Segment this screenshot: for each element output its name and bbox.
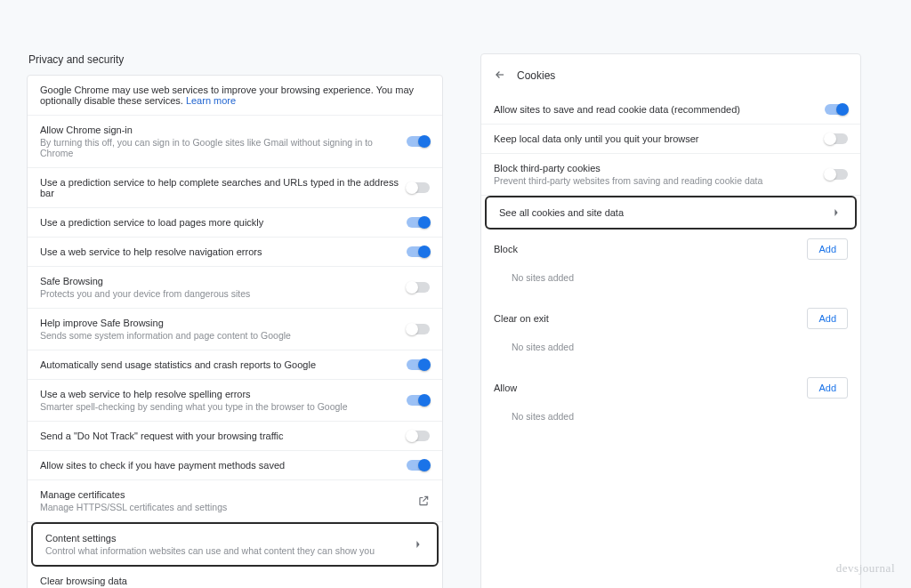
setting-subtitle: Sends some system information and page c…: [40, 330, 407, 341]
setting-title: Allow sites to save and read cookie data…: [494, 104, 825, 115]
toggle-safe-browsing[interactable]: [407, 282, 430, 293]
setting-title: Automatically send usage statistics and …: [40, 359, 407, 370]
setting-title: Allow Chrome sign-in: [40, 125, 407, 135]
chevron-right-icon: [830, 206, 842, 219]
setting-title: Content settings: [45, 533, 412, 544]
setting-row-improve-safe-browsing[interactable]: Help improve Safe Browsing Sends some sy…: [28, 309, 442, 350]
setting-row-do-not-track[interactable]: Send a "Do Not Track" request with your …: [28, 422, 442, 451]
privacy-security-panel: Google Chrome may use web services to im…: [27, 75, 443, 588]
cookies-panel: Cookies Allow sites to save and read coo…: [480, 53, 861, 588]
setting-title: Help improve Safe Browsing: [40, 318, 407, 328]
toggle-allow-cookies[interactable]: [825, 104, 848, 115]
setting-row-safe-browsing[interactable]: Safe Browsing Protects you and your devi…: [28, 267, 442, 309]
learn-more-link[interactable]: Learn more: [186, 95, 236, 106]
setting-row-prediction-search[interactable]: Use a prediction service to help complet…: [28, 168, 442, 208]
cookie-row-allow-save[interactable]: Allow sites to save and read cookie data…: [481, 95, 860, 125]
cookie-row-keep-until-quit[interactable]: Keep local data only until you quit your…: [481, 125, 860, 154]
setting-title: Safe Browsing: [40, 276, 407, 286]
toggle-improve-safe-browsing[interactable]: [407, 324, 430, 334]
setting-title: Clear browsing data: [40, 576, 430, 586]
toggle-keep-until-quit[interactable]: [825, 133, 848, 144]
setting-title: Use a prediction service to load pages m…: [40, 217, 407, 228]
cookie-row-block-third-party[interactable]: Block third-party cookies Prevent third-…: [481, 154, 860, 196]
setting-row-chrome-signin[interactable]: Allow Chrome sign-in By turning this off…: [28, 116, 442, 168]
toggle-prediction-search[interactable]: [407, 182, 430, 193]
setting-row-payment-methods[interactable]: Allow sites to check if you have payment…: [28, 451, 442, 480]
setting-row-prediction-pages[interactable]: Use a prediction service to load pages m…: [28, 208, 442, 238]
toggle-payment-methods[interactable]: [407, 460, 430, 471]
back-arrow-icon[interactable]: [494, 68, 506, 83]
watermark: devsjournal: [836, 561, 895, 576]
intro-row: Google Chrome may use web services to im…: [28, 76, 442, 116]
setting-subtitle: Protects you and your device from danger…: [40, 288, 407, 299]
see-all-cookies-row[interactable]: See all cookies and site data: [485, 196, 857, 230]
setting-subtitle: Smarter spell-checking by sending what y…: [40, 401, 407, 412]
toggle-spelling[interactable]: [407, 395, 430, 406]
section-label: Block: [494, 244, 518, 254]
setting-title: See all cookies and site data: [499, 207, 830, 218]
block-empty-text: No sites added: [481, 265, 860, 299]
block-section-header: Block Add: [481, 230, 860, 265]
content-settings-row[interactable]: Content settings Control what informatio…: [31, 522, 439, 567]
setting-title: Use a web service to help resolve naviga…: [40, 246, 407, 257]
setting-title: Block third-party cookies: [494, 163, 825, 173]
section-label: Clear on exit: [494, 313, 549, 324]
toggle-chrome-signin[interactable]: [407, 136, 430, 147]
setting-row-spelling[interactable]: Use a web service to help resolve spelli…: [28, 380, 442, 422]
privacy-security-header: Privacy and security: [28, 53, 124, 66]
setting-title: Use a prediction service to help complet…: [40, 177, 407, 198]
setting-subtitle: Manage HTTPS/SSL certificates and settin…: [40, 502, 417, 512]
toggle-nav-errors[interactable]: [407, 246, 430, 257]
toggle-do-not-track[interactable]: [407, 431, 430, 441]
setting-title: Allow sites to check if you have payment…: [40, 460, 407, 471]
clear-browsing-data-row[interactable]: Clear browsing data Clear history, cooki…: [28, 567, 442, 588]
add-block-button[interactable]: Add: [807, 238, 848, 260]
setting-title: Send a "Do Not Track" request with your …: [40, 431, 407, 441]
toggle-usage-stats[interactable]: [407, 359, 430, 370]
setting-title: Keep local data only until you quit your…: [494, 133, 825, 144]
external-link-icon: [417, 495, 430, 507]
chevron-right-icon: [412, 538, 424, 551]
toggle-block-third-party[interactable]: [825, 169, 848, 180]
add-allow-button[interactable]: Add: [807, 377, 848, 399]
manage-certificates-row[interactable]: Manage certificates Manage HTTPS/SSL cer…: [28, 480, 442, 522]
clear-on-exit-empty-text: No sites added: [481, 334, 860, 368]
cookies-title: Cookies: [517, 69, 555, 82]
add-clear-on-exit-button[interactable]: Add: [807, 308, 848, 329]
section-label: Allow: [494, 383, 517, 393]
setting-subtitle: Control what information websites can us…: [45, 545, 412, 556]
setting-row-usage-stats[interactable]: Automatically send usage statistics and …: [28, 350, 442, 380]
allow-empty-text: No sites added: [481, 404, 860, 438]
setting-row-nav-errors[interactable]: Use a web service to help resolve naviga…: [28, 238, 442, 267]
cookies-header: Cookies: [481, 54, 860, 95]
toggle-prediction-pages[interactable]: [407, 217, 430, 228]
setting-title: Manage certificates: [40, 489, 417, 500]
allow-section-header: Allow Add: [481, 368, 860, 404]
setting-subtitle: By turning this off, you can sign in to …: [40, 137, 407, 158]
setting-title: Use a web service to help resolve spelli…: [40, 389, 407, 399]
clear-on-exit-section-header: Clear on exit Add: [481, 299, 860, 334]
setting-subtitle: Prevent third-party websites from saving…: [494, 175, 825, 186]
